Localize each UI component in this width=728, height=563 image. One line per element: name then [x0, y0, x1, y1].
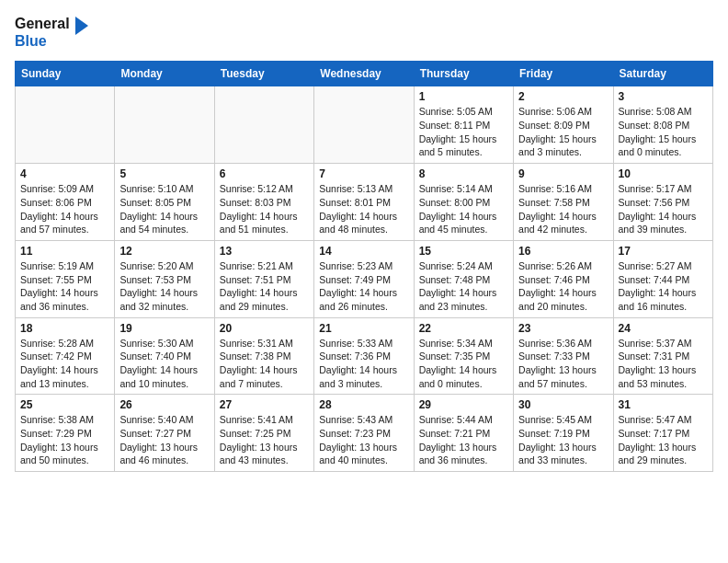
calendar-week-row: 4Sunrise: 5:09 AM Sunset: 8:06 PM Daylig…: [16, 164, 713, 241]
day-info: Sunrise: 5:37 AM Sunset: 7:31 PM Dayligh…: [619, 337, 708, 391]
day-number: 9: [518, 167, 608, 180]
calendar-day-cell: 19Sunrise: 5:30 AM Sunset: 7:40 PM Dayli…: [115, 317, 214, 395]
day-info: Sunrise: 5:26 AM Sunset: 7:46 PM Dayligh…: [518, 259, 608, 314]
calendar-day-cell: 5Sunrise: 5:10 AM Sunset: 8:05 PM Daylig…: [115, 164, 214, 241]
calendar-day-cell: 22Sunrise: 5:34 AM Sunset: 7:35 PM Dayli…: [414, 317, 513, 395]
day-number: 11: [20, 245, 109, 258]
day-number: 31: [619, 398, 708, 411]
calendar-day-cell: 16Sunrise: 5:26 AM Sunset: 7:46 PM Dayli…: [514, 240, 613, 317]
calendar-day-cell: 23Sunrise: 5:36 AM Sunset: 7:33 PM Dayli…: [514, 317, 613, 395]
calendar-day-cell: 30Sunrise: 5:45 AM Sunset: 7:19 PM Dayli…: [514, 395, 613, 472]
day-info: Sunrise: 5:45 AM Sunset: 7:19 PM Dayligh…: [518, 413, 608, 467]
day-info: Sunrise: 5:09 AM Sunset: 8:06 PM Dayligh…: [20, 182, 109, 236]
day-number: 15: [419, 245, 508, 258]
day-info: Sunrise: 5:21 AM Sunset: 7:51 PM Dayligh…: [220, 259, 309, 314]
day-info: Sunrise: 5:38 AM Sunset: 7:29 PM Dayligh…: [20, 413, 109, 467]
weekday-header-row: SundayMondayTuesdayWednesdayThursdayFrid…: [16, 62, 713, 86]
day-info: Sunrise: 5:47 AM Sunset: 7:17 PM Dayligh…: [619, 413, 708, 467]
calendar-day-cell: 12Sunrise: 5:20 AM Sunset: 7:53 PM Dayli…: [115, 240, 214, 317]
day-info: Sunrise: 5:30 AM Sunset: 7:40 PM Dayligh…: [119, 337, 209, 391]
calendar-week-row: 11Sunrise: 5:19 AM Sunset: 7:55 PM Dayli…: [16, 240, 713, 317]
calendar-day-cell: 8Sunrise: 5:14 AM Sunset: 8:00 PM Daylig…: [414, 164, 513, 241]
calendar-day-cell: [115, 86, 214, 164]
day-info: Sunrise: 5:27 AM Sunset: 7:44 PM Dayligh…: [619, 259, 708, 314]
day-number: 3: [619, 90, 708, 103]
day-info: Sunrise: 5:36 AM Sunset: 7:33 PM Dayligh…: [518, 337, 608, 391]
day-number: 21: [319, 322, 408, 335]
day-info: Sunrise: 5:19 AM Sunset: 7:55 PM Dayligh…: [20, 259, 109, 314]
day-info: Sunrise: 5:34 AM Sunset: 7:35 PM Dayligh…: [419, 337, 508, 391]
day-number: 14: [319, 245, 408, 258]
day-number: 13: [220, 245, 309, 258]
day-number: 12: [119, 245, 209, 258]
calendar-week-row: 18Sunrise: 5:28 AM Sunset: 7:42 PM Dayli…: [16, 317, 713, 395]
day-number: 2: [518, 90, 608, 103]
calendar-day-cell: 6Sunrise: 5:12 AM Sunset: 8:03 PM Daylig…: [214, 164, 313, 241]
calendar-day-cell: 26Sunrise: 5:40 AM Sunset: 7:27 PM Dayli…: [115, 395, 214, 472]
weekday-header: Thursday: [414, 62, 513, 86]
logo: GeneralBlue: [15, 15, 88, 50]
day-info: Sunrise: 5:44 AM Sunset: 7:21 PM Dayligh…: [419, 413, 508, 467]
calendar-day-cell: 9Sunrise: 5:16 AM Sunset: 7:58 PM Daylig…: [514, 164, 613, 241]
day-number: 23: [518, 322, 608, 335]
day-info: Sunrise: 5:40 AM Sunset: 7:27 PM Dayligh…: [119, 413, 209, 467]
day-info: Sunrise: 5:28 AM Sunset: 7:42 PM Dayligh…: [20, 337, 109, 391]
calendar-day-cell: 17Sunrise: 5:27 AM Sunset: 7:44 PM Dayli…: [613, 240, 712, 317]
day-number: 17: [619, 245, 708, 258]
day-number: 16: [518, 245, 608, 258]
day-number: 18: [20, 322, 109, 335]
calendar-table: SundayMondayTuesdayWednesdayThursdayFrid…: [15, 61, 713, 472]
day-info: Sunrise: 5:24 AM Sunset: 7:48 PM Dayligh…: [419, 259, 508, 314]
calendar-day-cell: [214, 86, 313, 164]
day-info: Sunrise: 5:08 AM Sunset: 8:08 PM Dayligh…: [619, 105, 708, 159]
day-number: 6: [220, 167, 309, 180]
day-info: Sunrise: 5:14 AM Sunset: 8:00 PM Dayligh…: [419, 182, 508, 236]
calendar-day-cell: 29Sunrise: 5:44 AM Sunset: 7:21 PM Dayli…: [414, 395, 513, 472]
weekday-header: Friday: [514, 62, 613, 86]
day-info: Sunrise: 5:12 AM Sunset: 8:03 PM Dayligh…: [220, 182, 309, 236]
day-number: 30: [518, 398, 608, 411]
day-info: Sunrise: 5:43 AM Sunset: 7:23 PM Dayligh…: [319, 413, 408, 467]
day-info: Sunrise: 5:05 AM Sunset: 8:11 PM Dayligh…: [419, 105, 508, 159]
calendar-day-cell: 31Sunrise: 5:47 AM Sunset: 7:17 PM Dayli…: [613, 395, 712, 472]
day-number: 27: [220, 398, 309, 411]
day-number: 7: [319, 167, 408, 180]
calendar-week-row: 25Sunrise: 5:38 AM Sunset: 7:29 PM Dayli…: [16, 395, 713, 472]
calendar-day-cell: 15Sunrise: 5:24 AM Sunset: 7:48 PM Dayli…: [414, 240, 513, 317]
day-number: 4: [20, 167, 109, 180]
calendar-day-cell: 21Sunrise: 5:33 AM Sunset: 7:36 PM Dayli…: [314, 317, 414, 395]
calendar-day-cell: 10Sunrise: 5:17 AM Sunset: 7:56 PM Dayli…: [613, 164, 712, 241]
weekday-header: Monday: [115, 62, 214, 86]
weekday-header: Wednesday: [314, 62, 414, 86]
calendar-day-cell: 11Sunrise: 5:19 AM Sunset: 7:55 PM Dayli…: [16, 240, 115, 317]
calendar-day-cell: 13Sunrise: 5:21 AM Sunset: 7:51 PM Dayli…: [214, 240, 313, 317]
logo-text: GeneralBlue: [15, 15, 70, 50]
day-number: 25: [20, 398, 109, 411]
day-info: Sunrise: 5:10 AM Sunset: 8:05 PM Dayligh…: [119, 182, 209, 236]
day-info: Sunrise: 5:33 AM Sunset: 7:36 PM Dayligh…: [319, 337, 408, 391]
calendar-day-cell: 27Sunrise: 5:41 AM Sunset: 7:25 PM Dayli…: [214, 395, 313, 472]
day-number: 1: [419, 90, 508, 103]
day-number: 5: [119, 167, 209, 180]
day-number: 29: [419, 398, 508, 411]
calendar-day-cell: 1Sunrise: 5:05 AM Sunset: 8:11 PM Daylig…: [414, 86, 513, 164]
day-info: Sunrise: 5:13 AM Sunset: 8:01 PM Dayligh…: [319, 182, 408, 236]
calendar-day-cell: 25Sunrise: 5:38 AM Sunset: 7:29 PM Dayli…: [16, 395, 115, 472]
day-info: Sunrise: 5:16 AM Sunset: 7:58 PM Dayligh…: [518, 182, 608, 236]
page-header: GeneralBlue: [15, 15, 713, 50]
svg-marker-0: [75, 17, 88, 35]
day-number: 26: [119, 398, 209, 411]
calendar-day-cell: [314, 86, 414, 164]
day-info: Sunrise: 5:17 AM Sunset: 7:56 PM Dayligh…: [619, 182, 708, 236]
day-info: Sunrise: 5:41 AM Sunset: 7:25 PM Dayligh…: [220, 413, 309, 467]
calendar-day-cell: 18Sunrise: 5:28 AM Sunset: 7:42 PM Dayli…: [16, 317, 115, 395]
logo-triangle-icon: [75, 17, 88, 48]
calendar-day-cell: 24Sunrise: 5:37 AM Sunset: 7:31 PM Dayli…: [613, 317, 712, 395]
calendar-day-cell: 20Sunrise: 5:31 AM Sunset: 7:38 PM Dayli…: [214, 317, 313, 395]
calendar-day-cell: 3Sunrise: 5:08 AM Sunset: 8:08 PM Daylig…: [613, 86, 712, 164]
weekday-header: Tuesday: [214, 62, 313, 86]
calendar-day-cell: 4Sunrise: 5:09 AM Sunset: 8:06 PM Daylig…: [16, 164, 115, 241]
day-info: Sunrise: 5:23 AM Sunset: 7:49 PM Dayligh…: [319, 259, 408, 314]
day-number: 8: [419, 167, 508, 180]
calendar-day-cell: 2Sunrise: 5:06 AM Sunset: 8:09 PM Daylig…: [514, 86, 613, 164]
